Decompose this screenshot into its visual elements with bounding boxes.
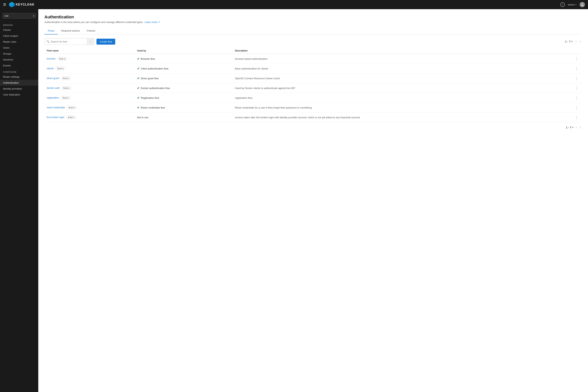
badge-builtin-1: Built-in xyxy=(56,67,66,70)
cell-description-2: OpenID Connect Resource Owner Grant xyxy=(232,74,572,83)
realm-select-wrap: vcd xyxy=(0,12,38,22)
sidebar-item-users[interactable]: Users xyxy=(0,45,38,51)
flow-link-5[interactable]: reset credentials xyxy=(47,106,65,109)
cell-flow-name: clients Built-in xyxy=(44,64,135,74)
flows-table: Flow name Used by Description browser Bu… xyxy=(44,48,582,122)
search-go-button[interactable]: → xyxy=(87,38,94,45)
sidebar-item-sessions[interactable]: Sessions xyxy=(0,57,38,62)
pagination-next[interactable]: › xyxy=(578,40,582,44)
sidebar-item-identity-providers[interactable]: Identity providers xyxy=(0,86,38,92)
cell-description-0: browser based authentication xyxy=(232,54,572,64)
action-menu-button-5[interactable]: ⋮ xyxy=(574,105,580,110)
badge-builtin-6: Built-in xyxy=(66,116,76,119)
check-icon: ✔ xyxy=(137,96,140,100)
used-by-text: Not in use xyxy=(137,116,148,119)
cell-action-5: ⋮ xyxy=(572,103,582,112)
realm-select[interactable]: vcd xyxy=(2,13,36,18)
sidebar-item-user-federation[interactable]: User federation xyxy=(0,92,38,98)
tab-policies[interactable]: Policies xyxy=(84,27,99,34)
cell-used-by-5: ✔ Reset credentials flow xyxy=(135,103,232,112)
bottom-pagination-dropdown[interactable]: 1 - 7 ▼ xyxy=(566,126,574,129)
badge-builtin-5: Built-in xyxy=(67,106,77,109)
logo: KEYCLOAK xyxy=(9,2,34,7)
cell-description-4: registration flow xyxy=(232,93,572,103)
cell-action-1: ⋮ xyxy=(572,64,582,74)
table-row: clients Built-in ✔ Client authentication… xyxy=(44,64,582,74)
cell-action-2: ⋮ xyxy=(572,74,582,83)
sidebar-item-authentication[interactable]: Authentication xyxy=(0,80,38,86)
flow-link-4[interactable]: registration xyxy=(47,96,59,99)
badge-builtin-3: Built-in xyxy=(62,86,72,90)
cell-action-3: ⋮ xyxy=(572,83,582,93)
flow-link-2[interactable]: direct grant xyxy=(47,77,59,80)
sidebar-item-client-scopes[interactable]: Client scopes xyxy=(0,33,38,39)
flow-link-1[interactable]: clients xyxy=(47,67,54,70)
cell-description-5: Reset credentials for a user if they for… xyxy=(232,103,572,112)
bottom-pagination-prev[interactable]: ‹ xyxy=(574,125,578,130)
cell-action-4: ⋮ xyxy=(572,93,582,103)
table-row: first broker login Built-in Not in use A… xyxy=(44,112,582,122)
cell-used-by-6: Not in use xyxy=(135,112,232,122)
cell-action-0: ⋮ xyxy=(572,54,582,64)
learn-more-link[interactable]: Learn more ↗ xyxy=(145,21,160,24)
col-flow-name: Flow name xyxy=(44,48,135,54)
bottom-pagination-next[interactable]: › xyxy=(578,125,582,130)
col-used-by: Used by xyxy=(135,48,232,54)
toolbar: 🔍 → Create flow 1 - 7 ▼ ‹ › xyxy=(44,38,582,45)
check-icon: ✔ xyxy=(137,67,140,70)
tab-flows[interactable]: Flows xyxy=(44,27,58,34)
cell-flow-name: reset credentials Built-in xyxy=(44,103,135,112)
cell-flow-name: registration Built-in xyxy=(44,93,135,103)
used-by-text: Registration flow xyxy=(141,96,159,99)
user-dropdown[interactable]: admin ▾ xyxy=(568,3,576,6)
pagination-prev[interactable]: ‹ xyxy=(574,40,578,44)
hamburger-menu[interactable]: ☰ xyxy=(3,2,6,7)
topnav: ☰ KEYCLOAK ? admin ▾ xyxy=(0,0,588,9)
used-by-text: Client authentication flow xyxy=(141,67,168,70)
used-by-text: Docker authentication flow xyxy=(141,87,170,90)
cell-flow-name: first broker login Built-in xyxy=(44,112,135,122)
search-wrap: 🔍 → xyxy=(44,38,94,45)
action-menu-button-1[interactable]: ⋮ xyxy=(574,66,580,71)
check-icon: ✔ xyxy=(137,57,140,61)
badge-builtin-4: Built-in xyxy=(61,96,71,100)
flow-link-6[interactable]: first broker login xyxy=(47,116,64,119)
action-menu-button-4[interactable]: ⋮ xyxy=(574,95,580,100)
create-flow-button[interactable]: Create flow xyxy=(96,39,115,44)
cell-description-1: Base authentication for clients xyxy=(232,64,572,74)
pagination-dropdown[interactable]: 1 - 7 ▼ xyxy=(565,40,573,43)
sidebar: vcd Manage Clients Client scopes Realm r… xyxy=(0,9,38,392)
action-menu-button-2[interactable]: ⋮ xyxy=(574,76,580,81)
cell-used-by-2: ✔ Direct grant flow xyxy=(135,74,232,83)
cell-used-by-1: ✔ Client authentication flow xyxy=(135,64,232,74)
cell-used-by-3: ✔ Docker authentication flow xyxy=(135,83,232,93)
sidebar-item-realm-roles[interactable]: Realm roles xyxy=(0,39,38,45)
logo-text: KEYCLOAK xyxy=(16,3,34,6)
action-menu-button-0[interactable]: ⋮ xyxy=(574,56,580,61)
search-icon: 🔍 xyxy=(46,40,50,43)
manage-section-label: Manage xyxy=(0,22,38,27)
flow-link-3[interactable]: docker auth xyxy=(47,86,60,90)
tabs: Flows Required actions Policies xyxy=(44,27,582,34)
help-icon[interactable]: ? xyxy=(560,2,565,7)
page-title: Authentication xyxy=(44,14,582,20)
logo-icon xyxy=(9,2,14,7)
action-menu-button-3[interactable]: ⋮ xyxy=(574,86,580,90)
search-input[interactable] xyxy=(51,40,85,43)
sidebar-item-groups[interactable]: Groups xyxy=(0,51,38,57)
sidebar-item-events[interactable]: Events xyxy=(0,62,38,68)
col-description: Description xyxy=(232,48,572,54)
table-row: reset credentials Built-in ✔ Reset crede… xyxy=(44,103,582,112)
sidebar-item-clients[interactable]: Clients xyxy=(0,27,38,33)
table-row: docker auth Built-in ✔ Docker authentica… xyxy=(44,83,582,93)
used-by-text: Direct grant flow xyxy=(141,77,159,80)
tab-required-actions[interactable]: Required actions xyxy=(58,27,84,34)
user-name: admin xyxy=(568,3,574,6)
used-by-text: Reset credentials flow xyxy=(141,106,165,109)
avatar[interactable] xyxy=(580,2,585,7)
action-menu-button-6[interactable]: ⋮ xyxy=(574,115,580,120)
cell-description-3: Used by Docker clients to authenticate a… xyxy=(232,83,572,93)
sidebar-item-realm-settings[interactable]: Realm settings xyxy=(0,74,38,80)
content-area: Authentication Authentication is the are… xyxy=(38,9,588,392)
flow-link-0[interactable]: browser xyxy=(47,57,56,60)
